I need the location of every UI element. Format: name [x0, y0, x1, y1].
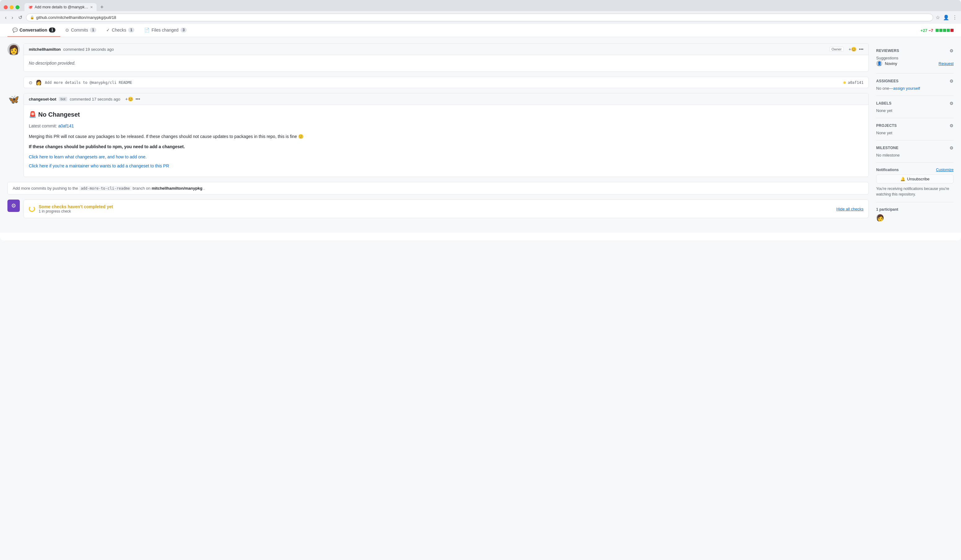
more-actions-icon[interactable]: ••• — [859, 47, 863, 52]
hide-all-checks-link[interactable]: Hide all checks — [837, 207, 863, 211]
content-area: 👩 mitchellhamilton commented 19 seconds … — [7, 43, 869, 226]
first-comment-thread: 👩 mitchellhamilton commented 19 seconds … — [7, 43, 869, 72]
sidebar-assignees: Assignees ⚙ No one—assign yourself — [876, 74, 954, 96]
conversation-tab-label: Conversation — [19, 27, 47, 32]
diff-stat: +27 −7 — [921, 28, 954, 33]
conversation-tab-badge: 1 — [49, 27, 55, 32]
tab-title: Add more details to @manypk… — [35, 5, 88, 9]
branch-info-middle: branch on — [132, 186, 151, 191]
assignees-title: Assignees — [876, 79, 898, 83]
first-comment-actions: +😊 ••• — [849, 47, 863, 52]
labels-header: Labels ⚙ — [876, 101, 954, 106]
main-layout: 👩 mitchellhamilton commented 19 seconds … — [0, 37, 961, 233]
bell-icon: 🔔 — [900, 177, 905, 181]
first-comment-action: commented 19 seconds ago — [63, 47, 114, 52]
reviewers-header: Reviewers ⚙ — [876, 48, 954, 53]
merge-note: Merging this PR will not cause any packa… — [29, 133, 863, 140]
tab-conversation[interactable]: 💬 Conversation 1 — [7, 24, 60, 37]
refresh-button[interactable]: ↺ — [17, 14, 24, 21]
files-changed-tab-label: Files changed — [151, 27, 178, 32]
bot-emoji-icon[interactable]: +😊 — [125, 96, 133, 101]
checks-tab-label: Checks — [112, 27, 126, 32]
projects-title: Projects — [876, 124, 897, 128]
labels-gear-icon[interactable]: ⚙ — [950, 101, 954, 106]
diff-block-2 — [939, 29, 942, 32]
labels-title: Labels — [876, 101, 891, 106]
notification-note: You're receiving notifications because y… — [876, 186, 954, 197]
commit-message: Add more details to @manypkg/cli README — [45, 80, 840, 85]
checks-tab-badge: 1 — [128, 27, 135, 32]
bot-comment-author: changeset-bot — [29, 97, 56, 101]
tab-close-icon[interactable]: ✕ — [90, 5, 93, 9]
commit-status-dot — [843, 81, 846, 84]
repo-name: mitchellhamilton/manypkg — [152, 186, 202, 191]
url-text: github.com/mitchellhamilton/manypkg/pull… — [36, 15, 116, 20]
commit-author-avatar: 👩 — [35, 80, 42, 85]
commits-tab-icon: ⊙ — [65, 27, 69, 32]
first-comment-author: mitchellhamilton — [29, 47, 61, 52]
diff-block-5 — [950, 29, 954, 32]
assignees-value: No one—assign yourself — [876, 86, 954, 91]
milestone-gear-icon[interactable]: ⚙ — [950, 145, 954, 150]
checks-tab-icon: ✓ — [106, 27, 110, 32]
bot-comment-thread: 🦋 changeset-bot bot commented 17 seconds… — [7, 93, 869, 177]
diff-block-1 — [935, 29, 939, 32]
lock-icon: 🔒 — [30, 16, 34, 19]
browser-tab[interactable]: 🐙 Add more details to @manypk… ✕ — [24, 3, 96, 11]
browser-actions: ☆ 👤 ⋮ — [935, 14, 957, 21]
milestone-header: Milestone ⚙ — [876, 145, 954, 150]
merge-icon-box: ⚙ — [7, 199, 20, 212]
milestone-value: No milestone — [876, 153, 954, 157]
checks-spinner — [29, 206, 35, 212]
branch-info-prefix: Add more commits by pushing to the — [13, 186, 78, 191]
mitchellhamilton-avatar: 👩 — [7, 43, 20, 56]
forward-button[interactable]: › — [10, 14, 14, 21]
branch-name: add-more-to-cli-readme — [79, 186, 132, 191]
star-icon[interactable]: ☆ — [935, 14, 940, 21]
checks-box: Some checks haven't completed yet 1 in p… — [24, 199, 869, 218]
minimize-dot[interactable] — [10, 5, 14, 9]
notifications-header: Notifications Customize — [876, 168, 954, 172]
assign-yourself-link[interactable]: assign yourself — [893, 86, 920, 91]
noviny-avatar-icon: 👤 — [877, 61, 882, 66]
no-changeset-title: 🚨 No Changeset — [29, 110, 863, 119]
unsubscribe-button[interactable]: 🔔 Unsubscribe — [876, 175, 954, 183]
first-comment-header: mitchellhamilton commented 19 seconds ag… — [24, 43, 868, 55]
commit-ref: ⊙ 👩 Add more details to @manypkg/cli REA… — [24, 77, 869, 88]
request-review-link[interactable]: Request — [939, 61, 954, 66]
maximize-dot[interactable] — [16, 5, 19, 9]
maintainer-link[interactable]: Click here if you're a maintainer who wa… — [29, 163, 863, 169]
back-button[interactable]: ‹ — [4, 14, 8, 21]
tab-commits[interactable]: ⊙ Commits 1 — [60, 24, 101, 37]
menu-icon[interactable]: ⋮ — [952, 14, 957, 21]
assignees-gear-icon[interactable]: ⚙ — [950, 79, 954, 83]
address-field[interactable]: 🔒 github.com/mitchellhamilton/manypkg/pu… — [26, 14, 933, 21]
commit-sha-link[interactable]: a0af141 — [58, 124, 74, 128]
emoji-react-icon[interactable]: +😊 — [849, 47, 857, 52]
first-comment-box: mitchellhamilton commented 19 seconds ag… — [24, 43, 869, 72]
learn-changesets-link[interactable]: Click here to learn what changesets are,… — [29, 154, 863, 160]
checks-row: ⚙ Some checks haven't completed yet 1 in… — [7, 199, 869, 218]
diff-block-4 — [947, 29, 950, 32]
tab-checks[interactable]: ✓ Checks 1 — [101, 24, 139, 37]
projects-gear-icon[interactable]: ⚙ — [950, 123, 954, 128]
sidebar-participants: 1 participant 👩 — [876, 202, 954, 226]
customize-notifications-link[interactable]: Customize — [936, 168, 954, 172]
bot-more-icon[interactable]: ••• — [136, 96, 140, 101]
browser-dots — [4, 5, 19, 9]
reviewers-suggestions-label: Suggestions — [876, 56, 954, 60]
participant-avatar-image: 👩 — [876, 214, 884, 221]
new-tab-button[interactable]: + — [100, 4, 104, 11]
tab-files-changed[interactable]: 📄 Files changed 3 — [139, 24, 192, 37]
no-description-text: No description provided. — [29, 61, 76, 66]
profile-icon[interactable]: 👤 — [943, 14, 949, 21]
butterfly-emoji: 🦋 — [8, 95, 19, 104]
bot-comment-box: changeset-bot bot commented 17 seconds a… — [24, 93, 869, 177]
labels-value: None yet — [876, 108, 954, 113]
page-content: 💬 Conversation 1 ⊙ Commits 1 ✓ Checks 1 … — [0, 24, 961, 241]
commits-tab-badge: 1 — [90, 27, 96, 32]
sidebar: Reviewers ⚙ Suggestions 👤 Noviny Request — [876, 43, 954, 226]
close-dot[interactable] — [4, 5, 8, 9]
reviewers-gear-icon[interactable]: ⚙ — [950, 48, 954, 53]
owner-badge: Owner — [829, 47, 844, 52]
